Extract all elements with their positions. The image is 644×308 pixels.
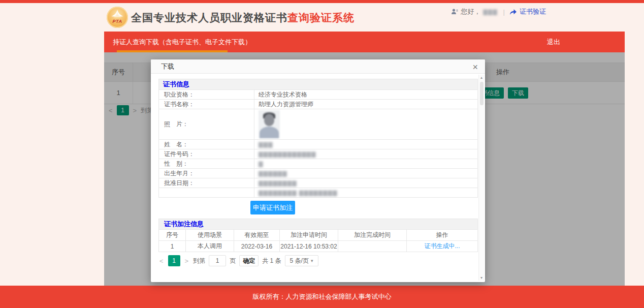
anno-col-complete-time: 加注完成时间	[338, 230, 407, 241]
cert-label	[159, 188, 254, 198]
annotation-header-row: 序号 使用场景 有效期至 加注申请时间 加注完成时间 操作	[159, 230, 478, 241]
share-arrow-icon	[509, 9, 517, 15]
table-row: 1 本人调用 2022-03-16 2021-12-16 10:53:02 证书…	[159, 241, 478, 252]
modal-title: 下载	[161, 63, 174, 70]
cert-value-redacted: ▇▇▇▇▇▇▇▇ ▇▇▇▇▇▇▇▇	[254, 188, 478, 198]
chevron-down-icon: ▾	[311, 256, 313, 266]
goto-label: 到第	[193, 257, 205, 265]
cert-label: 职业资格：	[159, 90, 254, 100]
scroll-up-icon[interactable]: ▴	[479, 75, 484, 80]
annotation-table: 证书加注信息 序号 使用场景 有效期至 加注申请时间 加注完成时间 操作 1 本…	[158, 219, 478, 252]
page: PTA 全国专业技术人员职业资格证书查询验证系统 您好， ▇▇▇ | 证书验证 …	[0, 0, 644, 308]
prev-page-button[interactable]: <	[158, 257, 165, 265]
cert-generating-link[interactable]: 证书生成中...	[425, 242, 460, 250]
scroll-down-icon[interactable]: ▾	[479, 275, 484, 280]
table-row: 照 片：	[159, 109, 478, 140]
download-modal: 下载 × 证书信息 职业资格： 经济专业技术资格 证书名称： 助理人力资源管理师…	[151, 59, 485, 282]
modal-titlebar: 下载 ×	[151, 59, 485, 74]
copyright-text: 版权所有：人力资源和社会保障部人事考试中心	[253, 293, 392, 300]
page-title-accent: 查询验证系统	[287, 12, 355, 23]
cert-label: 性 别：	[159, 159, 254, 169]
anno-valid-until: 2022-03-16	[234, 241, 280, 252]
certificate-photo	[259, 110, 280, 138]
total-count-label: 共 1 条	[262, 257, 281, 265]
table-row: 批准日期： ▇▇▇▇▇▇▇▇	[159, 178, 478, 188]
verify-link[interactable]: 证书验证	[520, 7, 546, 16]
page-1-button[interactable]: 1	[168, 255, 180, 266]
anno-scene: 本人调用	[186, 241, 234, 252]
modal-scrollbar[interactable]: ▴ ▾	[478, 75, 484, 281]
nav-tab-holder-query[interactable]: 持证人查询下载（含电子证书、电子文件下载）	[113, 32, 251, 52]
anno-col-valid: 有效期至	[234, 230, 280, 241]
cert-value-redacted: ▇▇▇▇▇▇▇▇	[254, 178, 478, 188]
table-row: 证书名称： 助理人力资源管理师	[159, 100, 478, 109]
table-row: 证件号码： ▇▇▇▇▇▇▇▇▇▇▇▇	[159, 149, 478, 159]
cert-value: 经济专业技术资格	[254, 90, 478, 100]
page-footer: 版权所有：人力资源和社会保障部人事考试中心	[0, 286, 644, 308]
anno-col-action: 操作	[407, 230, 478, 241]
pta-logo: PTA	[107, 7, 128, 28]
modal-pagination: < 1 > 到第 1 页 确定 共 1 条 5 条/页 ▾	[158, 255, 475, 266]
annotation-section-title: 证书加注信息	[159, 219, 478, 230]
table-row: ▇▇▇▇▇▇▇▇ ▇▇▇▇▇▇▇▇	[159, 188, 478, 198]
goto-page-input[interactable]: 1	[209, 255, 226, 266]
greeting-text: 您好，	[461, 7, 480, 16]
anno-apply-time: 2021-12-16 10:53:02	[280, 241, 338, 252]
next-page-button[interactable]: >	[184, 257, 190, 265]
cert-label: 姓 名：	[159, 140, 254, 149]
cert-value-redacted: ▇▇▇	[254, 140, 478, 149]
per-page-value: 5 条/页	[290, 256, 309, 266]
modal-body: 证书信息 职业资格： 经济专业技术资格 证书名称： 助理人力资源管理师 照 片：	[151, 74, 485, 266]
page-title-main: 全国专业技术人员职业资格证书	[131, 12, 287, 23]
cert-info-section-title: 证书信息	[159, 79, 478, 90]
cert-label: 照 片：	[159, 109, 254, 140]
certificate-info-table: 证书信息 职业资格： 经济专业技术资格 证书名称： 助理人力资源管理师 照 片：	[158, 79, 478, 198]
cert-value-redacted: ▇	[254, 159, 478, 169]
scrollbar-thumb[interactable]	[480, 82, 484, 105]
header-divider: |	[503, 8, 505, 16]
cert-value: 助理人力资源管理师	[254, 100, 478, 109]
confirm-button[interactable]: 确定	[239, 255, 259, 266]
page-title: 全国专业技术人员职业资格证书查询验证系统	[131, 11, 355, 25]
cert-label: 批准日期：	[159, 178, 254, 188]
anno-index: 1	[159, 241, 186, 252]
anno-col-scene: 使用场景	[186, 230, 234, 241]
cert-value-redacted: ▇▇▇▇▇▇	[254, 169, 478, 178]
user-area: 您好， ▇▇▇ | 证书验证	[451, 7, 546, 16]
page-unit-label: 页	[230, 257, 236, 265]
cert-value-redacted: ▇▇▇▇▇▇▇▇▇▇▇▇	[254, 149, 478, 159]
anno-complete-time	[338, 241, 407, 252]
cert-label: 证件号码：	[159, 149, 254, 159]
anno-col-index: 序号	[159, 230, 186, 241]
anno-col-apply-time: 加注申请时间	[280, 230, 338, 241]
table-row: 性 别： ▇	[159, 159, 478, 169]
logo-text: PTA	[107, 19, 128, 24]
top-accent-bar	[0, 0, 644, 3]
user-name: ▇▇▇	[483, 9, 497, 15]
table-row: 姓 名： ▇▇▇	[159, 140, 478, 149]
cert-photo-cell	[254, 109, 478, 140]
main-nav: 持证人查询下载（含电子证书、电子文件下载） 退出	[104, 32, 625, 52]
apply-annotation-button[interactable]: 申请证书加注	[250, 201, 295, 214]
user-icon	[451, 8, 458, 15]
close-icon[interactable]: ×	[472, 60, 478, 74]
per-page-select[interactable]: 5 条/页 ▾	[285, 255, 318, 266]
cert-label: 证书名称：	[159, 100, 254, 109]
cert-label: 出生年月：	[159, 169, 254, 178]
logout-button[interactable]: 退出	[538, 32, 569, 52]
table-row: 职业资格： 经济专业技术资格	[159, 90, 478, 100]
table-row: 出生年月： ▇▇▇▇▇▇	[159, 169, 478, 178]
